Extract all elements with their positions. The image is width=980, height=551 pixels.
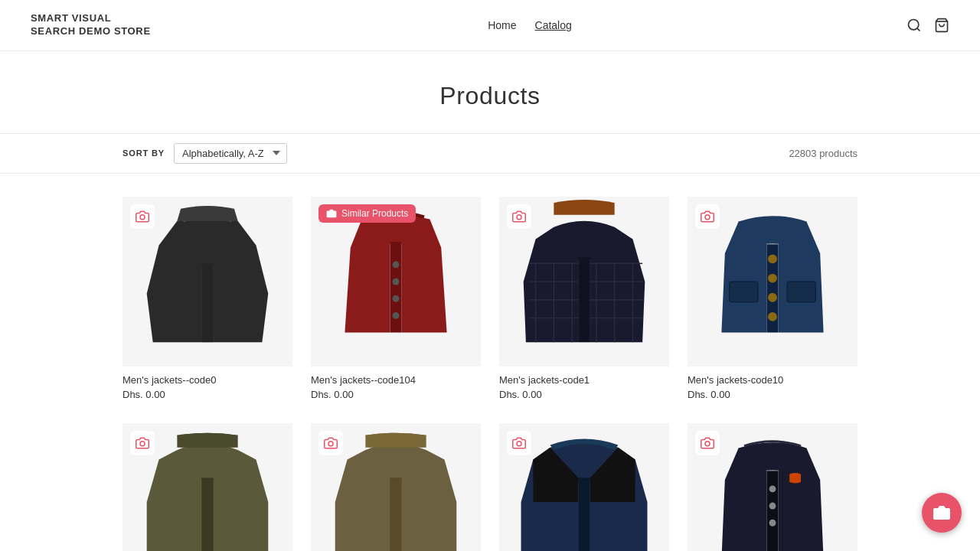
similar-products-badge[interactable]: Similar Products (318, 204, 416, 223)
svg-point-15 (768, 312, 777, 321)
svg-point-20 (517, 442, 521, 446)
product-card-p8[interactable]: Men's jackets-code103 Dhs. 0.00 (688, 423, 858, 551)
camera-badge[interactable] (130, 204, 155, 229)
product-name: Men's jackets--code104 (311, 374, 481, 386)
product-image-p3 (499, 197, 669, 367)
product-name: Men's jackets-code1 (499, 374, 669, 386)
product-card-p3[interactable]: Men's jackets-code1 Dhs. 0.00 (499, 197, 669, 400)
svg-rect-16 (730, 282, 758, 302)
svg-point-22 (769, 485, 776, 492)
product-name: Men's jackets-code10 (688, 374, 858, 386)
svg-point-6 (393, 261, 400, 268)
svg-point-24 (769, 520, 776, 527)
product-card-p2[interactable]: Similar Products Men's jackets--code104 … (311, 197, 481, 400)
product-image-p8 (688, 423, 858, 551)
product-name: Men's jackets--code0 (122, 374, 292, 386)
products-count: 22803 products (789, 148, 858, 159)
svg-line-1 (917, 28, 920, 31)
products-grid: Men's jackets--code0 Dhs. 0.00 Similar P… (0, 181, 980, 551)
camera-icon (701, 210, 714, 223)
svg-point-13 (768, 273, 777, 282)
product-image-p6 (311, 423, 481, 551)
product-image-p4 (688, 197, 858, 367)
svg-point-11 (705, 215, 710, 220)
svg-point-19 (328, 442, 333, 446)
page-title-section: Products (0, 51, 980, 126)
product-card-p7[interactable]: Men's jackets-code102 Dhs. 0.00 (499, 423, 669, 551)
product-price: Dhs. 0.00 (122, 389, 292, 400)
camera-badge[interactable] (695, 204, 720, 229)
svg-point-8 (393, 295, 400, 302)
page-title: Products (15, 82, 965, 110)
camera-badge[interactable] (507, 204, 531, 229)
camera-badge[interactable] (318, 431, 343, 455)
camera-icon (701, 436, 714, 450)
sort-bar: SORT BY Alphabetically, A-Z Alphabetical… (0, 133, 980, 174)
svg-point-23 (769, 502, 776, 509)
svg-point-14 (768, 293, 777, 302)
header-icons (906, 18, 949, 33)
product-card-p6[interactable]: Men's jackets-code101 Dhs. 0.00 (311, 423, 481, 551)
product-card-p5[interactable]: Men's jackets-code100 Dhs. 0.00 (122, 423, 292, 551)
product-card-p1[interactable]: Men's jackets--code0 Dhs. 0.00 (122, 197, 292, 400)
product-price: Dhs. 0.00 (311, 389, 481, 400)
svg-point-10 (517, 215, 521, 220)
sort-controls: SORT BY Alphabetically, A-Z Alphabetical… (122, 143, 287, 164)
site-header: SMART VISUAL SEARCH DEMO STORE Home Cata… (0, 0, 980, 51)
nav-home[interactable]: Home (488, 19, 516, 31)
cart-icon (934, 18, 949, 33)
camera-icon (324, 436, 338, 450)
float-camera-button[interactable] (922, 493, 962, 533)
svg-point-18 (140, 442, 145, 446)
camera-badge[interactable] (507, 431, 531, 455)
camera-icon (512, 210, 526, 223)
camera-icon (136, 210, 149, 223)
cart-button[interactable] (934, 18, 949, 33)
camera-badge[interactable] (695, 431, 720, 455)
search-icon (906, 18, 922, 33)
product-price: Dhs. 0.00 (688, 389, 858, 400)
svg-point-3 (140, 215, 145, 220)
product-price: Dhs. 0.00 (499, 389, 669, 400)
product-image-p2: Similar Products (311, 197, 481, 367)
search-button[interactable] (906, 18, 922, 33)
similar-label: Similar Products (341, 208, 408, 219)
svg-rect-17 (787, 282, 815, 302)
similar-camera-icon (326, 208, 337, 219)
svg-point-12 (768, 254, 777, 263)
sort-by-label: SORT BY (122, 148, 165, 158)
camera-icon (136, 436, 149, 450)
product-image-p5 (122, 423, 292, 551)
product-card-p4[interactable]: Men's jackets-code10 Dhs. 0.00 (688, 197, 858, 400)
float-camera-icon (933, 504, 951, 522)
svg-point-9 (393, 312, 400, 319)
nav-catalog[interactable]: Catalog (535, 19, 572, 31)
main-nav: Home Catalog (488, 19, 572, 31)
sort-select[interactable]: Alphabetically, A-Z Alphabetically, Z-A … (174, 143, 287, 164)
product-image-p7 (499, 423, 669, 551)
product-image-p1 (122, 197, 292, 367)
site-logo[interactable]: SMART VISUAL SEARCH DEMO STORE (31, 12, 153, 38)
camera-icon (512, 436, 526, 450)
svg-point-7 (393, 278, 400, 285)
camera-badge[interactable] (130, 431, 155, 455)
svg-point-0 (909, 19, 919, 29)
svg-point-21 (705, 442, 710, 446)
